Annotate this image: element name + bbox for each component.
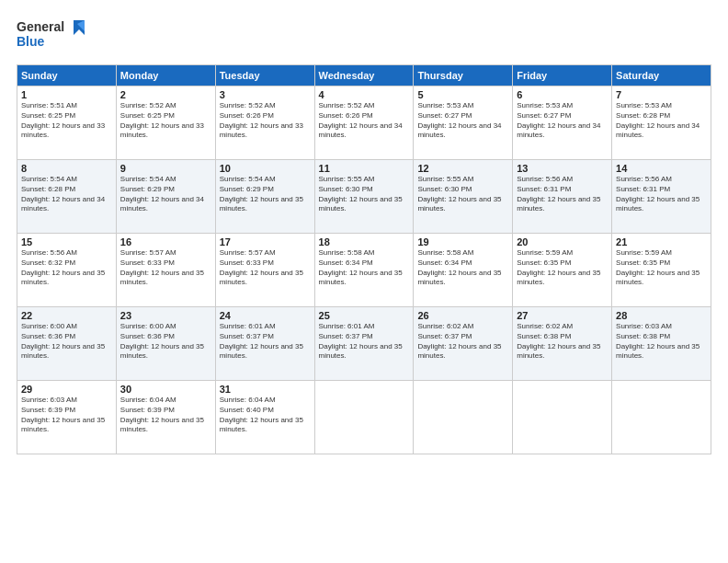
header-cell-monday: Monday: [116, 65, 215, 86]
cell-info: Sunrise: 6:01 AM Sunset: 6:37 PM Dayligh…: [319, 322, 410, 362]
day-cell: 12 Sunrise: 5:55 AM Sunset: 6:30 PM Dayl…: [414, 160, 513, 234]
day-cell: 27 Sunrise: 6:02 AM Sunset: 6:38 PM Dayl…: [513, 307, 612, 381]
day-number: 29: [21, 384, 112, 395]
day-cell: 4 Sunrise: 5:52 AM Sunset: 6:26 PM Dayli…: [314, 86, 414, 160]
day-number: 19: [417, 236, 508, 247]
day-number: 7: [616, 89, 707, 100]
calendar-header: SundayMondayTuesdayWednesdayThursdayFrid…: [17, 65, 711, 86]
day-cell: 22 Sunrise: 6:00 AM Sunset: 6:36 PM Dayl…: [17, 307, 117, 381]
day-cell: 3 Sunrise: 5:52 AM Sunset: 6:26 PM Dayli…: [215, 86, 314, 160]
cell-info: Sunrise: 5:57 AM Sunset: 6:33 PM Dayligh…: [220, 248, 311, 288]
day-cell: 18 Sunrise: 5:58 AM Sunset: 6:34 PM Dayl…: [314, 234, 414, 307]
day-number: 11: [319, 163, 410, 174]
day-cell: 29 Sunrise: 6:03 AM Sunset: 6:39 PM Dayl…: [17, 381, 117, 454]
cell-info: Sunrise: 5:59 AM Sunset: 6:35 PM Dayligh…: [517, 248, 608, 288]
day-cell: 20 Sunrise: 5:59 AM Sunset: 6:35 PM Dayl…: [513, 234, 612, 307]
day-number: 5: [417, 89, 508, 100]
week-row-2: 8 Sunrise: 5:54 AM Sunset: 6:28 PM Dayli…: [17, 160, 711, 234]
day-cell: 8 Sunrise: 5:54 AM Sunset: 6:28 PM Dayli…: [17, 160, 117, 234]
calendar-page: General Blue SundayMondayTuesdayWednesda…: [0, 0, 728, 563]
day-cell: 5 Sunrise: 5:53 AM Sunset: 6:27 PM Dayli…: [414, 86, 513, 160]
day-number: 8: [21, 163, 112, 174]
cell-info: Sunrise: 5:55 AM Sunset: 6:30 PM Dayligh…: [319, 175, 410, 214]
header-row: SundayMondayTuesdayWednesdayThursdayFrid…: [17, 65, 711, 86]
cell-info: Sunrise: 5:56 AM Sunset: 6:32 PM Dayligh…: [21, 248, 112, 288]
day-cell: 10 Sunrise: 5:54 AM Sunset: 6:29 PM Dayl…: [215, 160, 314, 234]
day-number: 2: [120, 89, 211, 100]
logo-svg: General Blue: [17, 17, 99, 52]
day-number: 10: [220, 163, 311, 174]
cell-info: Sunrise: 5:54 AM Sunset: 6:29 PM Dayligh…: [120, 175, 211, 214]
day-number: 13: [517, 163, 608, 174]
header-cell-wednesday: Wednesday: [314, 65, 414, 86]
calendar-body: 1 Sunrise: 5:51 AM Sunset: 6:25 PM Dayli…: [17, 86, 711, 454]
cell-info: Sunrise: 6:03 AM Sunset: 6:38 PM Dayligh…: [616, 322, 707, 362]
cell-info: Sunrise: 6:04 AM Sunset: 6:39 PM Dayligh…: [120, 396, 211, 435]
day-cell: [513, 381, 612, 454]
day-number: 27: [517, 310, 608, 321]
day-cell: 15 Sunrise: 5:56 AM Sunset: 6:32 PM Dayl…: [17, 234, 117, 307]
calendar-table: SundayMondayTuesdayWednesdayThursdayFrid…: [17, 64, 711, 454]
day-number: 4: [319, 89, 410, 100]
day-cell: 31 Sunrise: 6:04 AM Sunset: 6:40 PM Dayl…: [215, 381, 314, 454]
cell-info: Sunrise: 5:57 AM Sunset: 6:33 PM Dayligh…: [120, 248, 211, 288]
day-cell: 30 Sunrise: 6:04 AM Sunset: 6:39 PM Dayl…: [116, 381, 215, 454]
cell-info: Sunrise: 6:02 AM Sunset: 6:38 PM Dayligh…: [517, 322, 608, 362]
cell-info: Sunrise: 5:51 AM Sunset: 6:25 PM Dayligh…: [21, 101, 112, 141]
day-number: 30: [120, 384, 211, 395]
day-cell: 26 Sunrise: 6:02 AM Sunset: 6:37 PM Dayl…: [414, 307, 513, 381]
day-number: 12: [417, 163, 508, 174]
day-cell: 17 Sunrise: 5:57 AM Sunset: 6:33 PM Dayl…: [215, 234, 314, 307]
header-cell-saturday: Saturday: [612, 65, 711, 86]
day-cell: 28 Sunrise: 6:03 AM Sunset: 6:38 PM Dayl…: [612, 307, 711, 381]
cell-info: Sunrise: 5:58 AM Sunset: 6:34 PM Dayligh…: [319, 248, 410, 288]
day-cell: 19 Sunrise: 5:58 AM Sunset: 6:34 PM Dayl…: [414, 234, 513, 307]
header-cell-friday: Friday: [513, 65, 612, 86]
day-number: 17: [220, 236, 311, 247]
header-cell-thursday: Thursday: [414, 65, 513, 86]
day-number: 24: [220, 310, 311, 321]
day-number: 31: [220, 384, 311, 395]
day-number: 16: [120, 236, 211, 247]
day-cell: 23 Sunrise: 6:00 AM Sunset: 6:36 PM Dayl…: [116, 307, 215, 381]
day-number: 3: [220, 89, 311, 100]
day-cell: 2 Sunrise: 5:52 AM Sunset: 6:25 PM Dayli…: [116, 86, 215, 160]
day-cell: 11 Sunrise: 5:55 AM Sunset: 6:30 PM Dayl…: [314, 160, 414, 234]
week-row-3: 15 Sunrise: 5:56 AM Sunset: 6:32 PM Dayl…: [17, 234, 711, 307]
day-number: 25: [319, 310, 410, 321]
day-cell: 25 Sunrise: 6:01 AM Sunset: 6:37 PM Dayl…: [314, 307, 414, 381]
day-number: 15: [21, 236, 112, 247]
header-cell-tuesday: Tuesday: [215, 65, 314, 86]
cell-info: Sunrise: 6:01 AM Sunset: 6:37 PM Dayligh…: [220, 322, 311, 362]
day-number: 18: [319, 236, 410, 247]
logo: General Blue: [17, 17, 99, 55]
svg-text:Blue: Blue: [17, 34, 45, 49]
day-cell: 14 Sunrise: 5:56 AM Sunset: 6:31 PM Dayl…: [612, 160, 711, 234]
day-cell: 16 Sunrise: 5:57 AM Sunset: 6:33 PM Dayl…: [116, 234, 215, 307]
day-number: 6: [517, 89, 608, 100]
header-cell-sunday: Sunday: [17, 65, 117, 86]
week-row-4: 22 Sunrise: 6:00 AM Sunset: 6:36 PM Dayl…: [17, 307, 711, 381]
week-row-1: 1 Sunrise: 5:51 AM Sunset: 6:25 PM Dayli…: [17, 86, 711, 160]
day-number: 9: [120, 163, 211, 174]
cell-info: Sunrise: 5:53 AM Sunset: 6:27 PM Dayligh…: [517, 101, 608, 141]
cell-info: Sunrise: 6:00 AM Sunset: 6:36 PM Dayligh…: [120, 322, 211, 362]
cell-info: Sunrise: 5:53 AM Sunset: 6:28 PM Dayligh…: [616, 101, 707, 141]
cell-info: Sunrise: 5:58 AM Sunset: 6:34 PM Dayligh…: [417, 248, 508, 288]
day-cell: 1 Sunrise: 5:51 AM Sunset: 6:25 PM Dayli…: [17, 86, 117, 160]
day-cell: 6 Sunrise: 5:53 AM Sunset: 6:27 PM Dayli…: [513, 86, 612, 160]
cell-info: Sunrise: 5:53 AM Sunset: 6:27 PM Dayligh…: [417, 101, 508, 141]
day-number: 22: [21, 310, 112, 321]
cell-info: Sunrise: 5:54 AM Sunset: 6:29 PM Dayligh…: [220, 175, 311, 214]
cell-info: Sunrise: 6:02 AM Sunset: 6:37 PM Dayligh…: [417, 322, 508, 362]
week-row-5: 29 Sunrise: 6:03 AM Sunset: 6:39 PM Dayl…: [17, 381, 711, 454]
cell-info: Sunrise: 5:52 AM Sunset: 6:26 PM Dayligh…: [220, 101, 311, 141]
cell-info: Sunrise: 5:54 AM Sunset: 6:28 PM Dayligh…: [21, 175, 112, 214]
day-cell: 9 Sunrise: 5:54 AM Sunset: 6:29 PM Dayli…: [116, 160, 215, 234]
day-cell: 24 Sunrise: 6:01 AM Sunset: 6:37 PM Dayl…: [215, 307, 314, 381]
logo-text: General Blue: [17, 17, 99, 55]
cell-info: Sunrise: 6:00 AM Sunset: 6:36 PM Dayligh…: [21, 322, 112, 362]
day-number: 23: [120, 310, 211, 321]
cell-info: Sunrise: 5:52 AM Sunset: 6:25 PM Dayligh…: [120, 101, 211, 141]
cell-info: Sunrise: 6:04 AM Sunset: 6:40 PM Dayligh…: [220, 396, 311, 435]
